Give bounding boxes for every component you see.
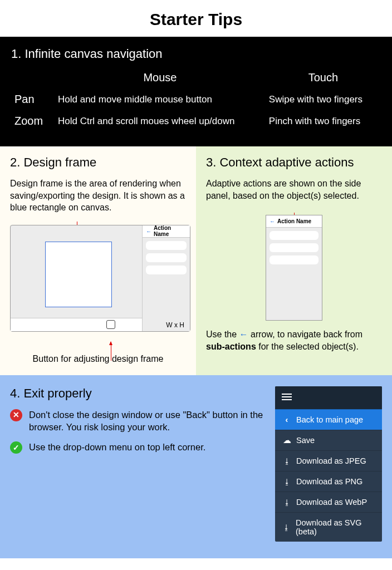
tip-dont: ✕ Don't close the design window or use "… [10, 409, 266, 434]
section3-body: Adaptive actions are shown on the side p… [206, 178, 382, 202]
cross-icon: ✕ [10, 409, 22, 421]
check-icon: ✓ [10, 441, 22, 454]
mock-action-item [146, 241, 187, 250]
menu-item-label: Download as JPEG [296, 456, 366, 465]
section3-heading: 3. Context adaptive actions [206, 155, 382, 170]
menu-item-back[interactable]: ‹ Back to main page [275, 409, 382, 430]
menu-item-download-svg[interactable]: Download as SVG (beta) [275, 512, 382, 542]
design-frame-rect [45, 242, 112, 307]
menu-item-label: Back to main page [296, 415, 363, 424]
menu-item-download-webp[interactable]: Download as WebP [275, 492, 382, 512]
download-icon [283, 498, 291, 507]
col-mouse: Mouse [55, 67, 266, 89]
download-icon [283, 523, 290, 532]
section4-heading: 4. Exit properly [10, 386, 266, 401]
download-icon [283, 478, 291, 486]
dropdown-menu-mock: ‹ Back to main page Save Download as JPE… [275, 386, 382, 542]
menu-item-label: Download as SVG (beta) [296, 518, 374, 536]
page-title: Starter Tips [0, 0, 392, 37]
row-pan-label: Pan [11, 89, 55, 110]
cloud-icon [283, 436, 291, 445]
mock-action-item [146, 266, 187, 274]
hamburger-icon[interactable] [282, 392, 292, 402]
mock-bottom-bar [11, 318, 142, 331]
col-touch: Touch [266, 67, 381, 89]
menu-header [275, 386, 382, 410]
menu-item-label: Download as WebP [296, 498, 367, 507]
menu-item-label: Download as PNG [296, 477, 362, 486]
mock-action-item [270, 231, 318, 240]
frame-size-button[interactable] [106, 320, 115, 329]
mock-sidebar: ← Action Name [142, 225, 190, 331]
download-icon [283, 457, 291, 465]
back-arrow-icon: ← [239, 330, 248, 339]
menu-item-label: Save [296, 436, 315, 445]
navigation-table: Mouse Touch Pan Hold and move middle mou… [11, 67, 381, 132]
mock-action-item [270, 243, 318, 252]
pointer-arrow-icon [111, 342, 111, 361]
tip-do: ✓ Use the drop-down menu on top left cor… [10, 441, 266, 453]
cell-zoom-touch: Pinch with two fingers [266, 110, 381, 132]
menu-item-download-jpeg[interactable]: Download as JPEG [275, 450, 382, 471]
menu-item-download-png[interactable]: Download as PNG [275, 471, 382, 492]
section1-heading: 1. Infinite canvas navigation [11, 47, 381, 61]
section-context-actions: 3. Context adaptive actions Adaptive act… [196, 146, 392, 375]
mock-sidebar-header: ← Action Name [143, 225, 190, 238]
mock-action-item [146, 253, 187, 262]
actions-panel-title: Action Name [277, 218, 311, 224]
section3-footer: Use the ← arrow, to navigate back from s… [206, 328, 382, 352]
mock-action-item [270, 255, 318, 264]
chevron-left-icon: ‹ [283, 415, 291, 424]
menu-item-save[interactable]: Save [275, 430, 382, 450]
back-arrow-icon: ← [270, 218, 275, 224]
section2-caption: Button for adjusting design frame [10, 354, 186, 364]
cell-pan-touch: Swipe with two fingers [266, 89, 381, 110]
cell-zoom-mouse: Hold Ctrl and scroll moues wheel up/down [55, 110, 266, 132]
section-exit-properly: 4. Exit properly ✕ Don't close the desig… [0, 375, 392, 559]
table-corner [11, 67, 55, 89]
actions-panel-mock: ← Action Name [266, 215, 322, 321]
tip-do-text: Use the drop-down menu on top left corne… [29, 441, 205, 453]
wh-label: W x H [166, 321, 184, 329]
section-design-frame: 2. Design frame Design frame is the area… [0, 146, 196, 375]
mock-sidebar-title: Action Name [154, 225, 187, 237]
actions-panel-header: ← Action Name [266, 215, 322, 228]
section-canvas-navigation: 1. Infinite canvas navigation Mouse Touc… [0, 37, 392, 146]
mock-canvas [15, 233, 142, 316]
back-arrow-icon: ← [146, 228, 151, 234]
design-frame-mock: ← Action Name W x H [10, 225, 190, 332]
cell-pan-mouse: Hold and move middle mouse button [55, 89, 266, 110]
section2-body: Design frame is the area of rendering wh… [10, 178, 186, 214]
row-zoom-label: Zoom [11, 110, 55, 132]
section2-heading: 2. Design frame [10, 155, 186, 170]
tip-dont-text: Don't close the design window or use "Ba… [29, 409, 266, 434]
